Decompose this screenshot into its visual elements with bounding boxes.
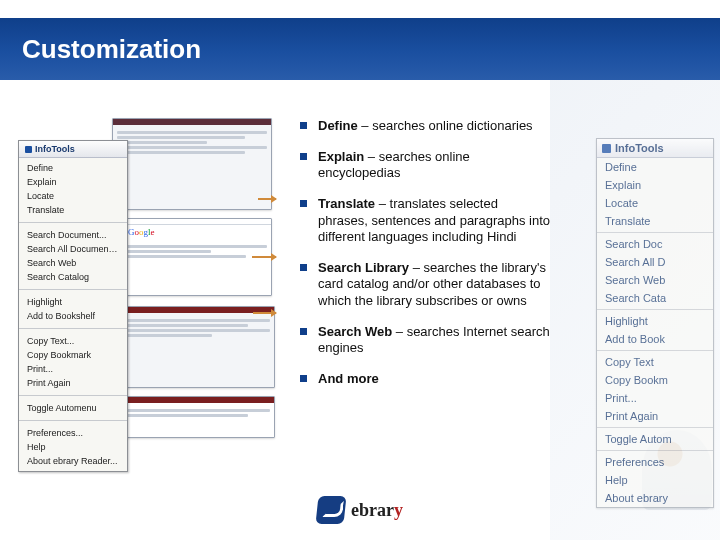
menu-item[interactable]: Help	[597, 471, 713, 489]
menu-item[interactable]: Define	[19, 161, 127, 175]
menu-item[interactable]: Define	[597, 158, 713, 176]
brand-logo: ebrary	[317, 496, 403, 524]
screenshot-search-engine: Google	[122, 218, 272, 296]
bullet-item: Explain – searches online encyclopedias	[300, 149, 550, 182]
infotools-header-label: InfoTools	[615, 142, 664, 154]
bullet-item: Translate – translates selected phrases,…	[300, 196, 550, 246]
bullet-item: And more	[300, 371, 550, 388]
menu-item[interactable]: Highlight	[597, 312, 713, 330]
menu-item[interactable]: Search Web	[597, 271, 713, 289]
infotools-icon	[25, 146, 32, 153]
bullet-term: And more	[318, 371, 379, 386]
infotools-header-label: InfoTools	[35, 144, 75, 154]
menu-item[interactable]: Print Again	[19, 376, 127, 390]
menu-item[interactable]: Add to Bookshelf	[19, 309, 127, 323]
menu-item[interactable]: Copy Text	[597, 353, 713, 371]
bullet-term: Define	[318, 118, 358, 133]
arrow-icon	[253, 312, 276, 314]
menu-item[interactable]: Translate	[19, 203, 127, 217]
screenshot-extra	[120, 396, 275, 438]
bullet-term: Search Web	[318, 324, 392, 339]
menu-item[interactable]: Highlight	[19, 295, 127, 309]
slide-title: Customization	[0, 34, 201, 65]
menu-item[interactable]: Print Again	[597, 407, 713, 425]
menu-item[interactable]: Copy Bookmark	[19, 348, 127, 362]
bullet-term: Explain	[318, 149, 364, 164]
screenshot-dictionary	[112, 118, 272, 210]
menu-item[interactable]: Toggle Autom	[597, 430, 713, 448]
menu-item[interactable]: Copy Bookm	[597, 371, 713, 389]
bullet-item: Search Web – searches Internet search en…	[300, 324, 550, 357]
menu-item[interactable]: Locate	[19, 189, 127, 203]
bullet-list: Define – searches online dictionaries Ex…	[300, 118, 550, 402]
menu-item[interactable]: Print...	[597, 389, 713, 407]
brand-glyph-icon	[316, 496, 347, 524]
bullet-item: Define – searches online dictionaries	[300, 118, 550, 135]
menu-item[interactable]: Search Catalog	[19, 270, 127, 284]
menu-item[interactable]: Search All Documents...	[19, 242, 127, 256]
menu-item[interactable]: Preferences...	[19, 426, 127, 440]
bullet-item: Search Library – searches the library's …	[300, 260, 550, 310]
menu-item[interactable]: Preferences	[597, 453, 713, 471]
menu-item[interactable]: Locate	[597, 194, 713, 212]
slide: Customization Google InfoTools Define	[0, 0, 720, 540]
menu-item[interactable]: Help	[19, 440, 127, 454]
menu-item[interactable]: Search Document...	[19, 228, 127, 242]
bullet-term: Search Library	[318, 260, 409, 275]
menu-item[interactable]: Add to Book	[597, 330, 713, 348]
menu-item[interactable]: Explain	[597, 176, 713, 194]
screenshot-library-catalog	[120, 306, 275, 388]
menu-item[interactable]: Search Cata	[597, 289, 713, 307]
title-bar: Customization	[0, 18, 720, 80]
infotools-icon	[602, 144, 611, 153]
arrow-icon	[252, 256, 276, 258]
infotools-menu-small: InfoTools Define Explain Locate Translat…	[18, 140, 128, 472]
menu-item[interactable]: Toggle Automenu	[19, 401, 127, 415]
menu-item[interactable]: Print...	[19, 362, 127, 376]
menu-item[interactable]: Copy Text...	[19, 334, 127, 348]
infotools-menu-large: InfoTools Define Explain Locate Translat…	[596, 138, 714, 508]
bullet-desc: – searches online dictionaries	[358, 118, 533, 133]
menu-item[interactable]: Search Web	[19, 256, 127, 270]
menu-item[interactable]: About ebrary	[597, 489, 713, 507]
menu-item[interactable]: Search All D	[597, 253, 713, 271]
infotools-header: InfoTools	[597, 139, 713, 158]
arrow-icon	[258, 198, 276, 200]
brand-name: ebrary	[351, 500, 403, 521]
menu-item[interactable]: Explain	[19, 175, 127, 189]
menu-item[interactable]: Search Doc	[597, 235, 713, 253]
menu-item[interactable]: About ebrary Reader...	[19, 454, 127, 468]
bullet-term: Translate	[318, 196, 375, 211]
infotools-header: InfoTools	[19, 141, 127, 158]
menu-item[interactable]: Translate	[597, 212, 713, 230]
